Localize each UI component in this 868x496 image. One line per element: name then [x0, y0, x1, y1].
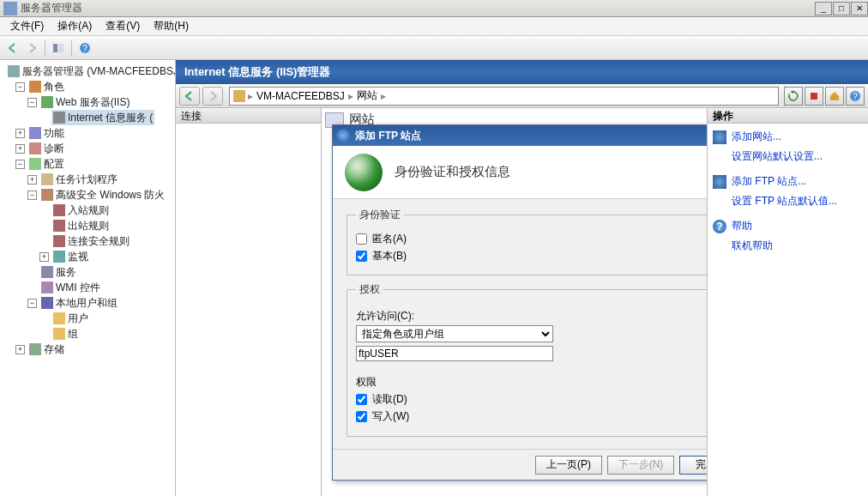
tree-label: 存储	[44, 342, 64, 357]
read-checkbox[interactable]	[356, 394, 367, 405]
toolbar-help-icon[interactable]: ?	[75, 39, 94, 57]
connections-header: 连接	[176, 108, 321, 124]
bc-stop-icon[interactable]	[805, 87, 823, 106]
actions-header: 操作	[708, 108, 868, 124]
app-icon	[3, 2, 17, 15]
bc-sites[interactable]: 网站	[353, 88, 381, 103]
tree-groups[interactable]: 组	[51, 326, 80, 342]
write-row[interactable]: 写入(W)	[356, 409, 707, 424]
content-pane: Internet 信息服务 (IIS)管理器 ▸ VM-MACFEEDBSJ ▸…	[176, 60, 868, 496]
menu-file[interactable]: 文件(F)	[3, 17, 51, 35]
finish-button[interactable]: 完成(F)	[679, 456, 707, 475]
tree-iis-service[interactable]: Internet 信息服务 (	[51, 110, 154, 125]
tree-task-scheduler[interactable]: 任务计划程序	[39, 172, 119, 187]
tree-root[interactable]: 服务器管理器 (VM-MACFEEDBSJ)	[6, 64, 176, 79]
expander[interactable]: −	[15, 160, 25, 169]
tree-configuration[interactable]: 配置	[27, 156, 66, 172]
tree-storage[interactable]: 存储	[27, 342, 66, 357]
action-help[interactable]: ? 帮助	[713, 216, 863, 236]
tree-local-users-groups[interactable]: 本地用户和组	[39, 295, 119, 311]
tree-web-server-iis[interactable]: Web 服务器(IIS)	[39, 94, 131, 110]
expander[interactable]: +	[15, 345, 25, 354]
action-set-website-defaults[interactable]: 设置网站默认设置...	[713, 147, 863, 166]
tree-label: 服务	[56, 264, 76, 280]
action-label: 设置网站默认设置...	[732, 149, 823, 164]
maximize-button[interactable]: □	[833, 2, 850, 15]
menu-help[interactable]: 帮助(H)	[147, 17, 196, 35]
tree-adv-firewall[interactable]: 高级安全 Windows 防火	[39, 187, 166, 203]
svg-rect-1	[58, 44, 63, 52]
expander[interactable]: −	[27, 98, 37, 107]
expander[interactable]: +	[15, 144, 25, 154]
basic-checkbox[interactable]	[356, 251, 367, 262]
tree-outbound-rules[interactable]: 出站规则	[51, 218, 111, 233]
allow-access-select[interactable]: 指定角色或用户组	[356, 325, 553, 342]
tree-pane: 服务器管理器 (VM-MACFEEDBSJ) −角色 −Web 服务器(IIS)…	[0, 60, 176, 496]
tree-roles[interactable]: 角色	[27, 79, 66, 94]
bc-refresh-icon[interactable]	[784, 87, 803, 106]
toolbar-show-hide-icon[interactable]	[49, 39, 68, 57]
bc-home-icon[interactable]	[825, 87, 844, 106]
expander[interactable]: −	[27, 191, 37, 200]
spacer-icon	[713, 239, 726, 252]
tree-monitoring[interactable]: 监视	[51, 249, 90, 264]
tree-root-label: 服务器管理器 (VM-MACFEEDBSJ)	[22, 64, 176, 79]
tree-diagnostics[interactable]: 诊断	[27, 141, 66, 156]
expander[interactable]: +	[39, 252, 49, 262]
read-row[interactable]: 读取(D)	[356, 392, 707, 407]
menu-view[interactable]: 查看(V)	[99, 17, 147, 35]
action-online-help[interactable]: 联机帮助	[713, 236, 863, 256]
svg-rect-0	[53, 44, 57, 52]
expander[interactable]: +	[27, 175, 37, 184]
anonymous-checkbox[interactable]	[356, 233, 367, 245]
tree-label: 诊断	[44, 141, 64, 156]
tree-wmi-control[interactable]: WMI 控件	[39, 280, 102, 295]
menu-action[interactable]: 操作(A)	[51, 17, 99, 35]
expander[interactable]: −	[27, 299, 37, 308]
actions-list: 添加网站... 设置网站默认设置... 添加 FTP 站点... 设置 FTP …	[708, 124, 868, 259]
write-label: 写入(W)	[372, 409, 409, 424]
action-add-website[interactable]: 添加网站...	[713, 127, 863, 147]
previous-button[interactable]: 上一页(P)	[535, 456, 602, 475]
globe-icon	[713, 130, 726, 144]
bc-help-icon[interactable]: ?	[846, 87, 865, 106]
bc-back-button[interactable]	[179, 87, 200, 106]
window-title: 服务器管理器	[21, 1, 814, 15]
minimize-button[interactable]: _	[815, 2, 832, 15]
tree-label: 用户	[68, 311, 88, 326]
write-checkbox[interactable]	[356, 411, 367, 422]
tree-features[interactable]: 功能	[27, 125, 66, 141]
tree-users[interactable]: 用户	[51, 311, 90, 326]
toolbar: ?	[0, 36, 868, 60]
nav-back-icon[interactable]	[3, 39, 22, 57]
nav-forward-icon[interactable]	[22, 39, 41, 57]
close-button[interactable]: ✕	[851, 2, 868, 15]
tree-label: Internet 信息服务 (	[68, 110, 153, 125]
tree-services[interactable]: 服务	[39, 264, 78, 280]
user-input[interactable]	[356, 346, 553, 361]
dialog-buttons: 上一页(P) 下一步(N) 完成(F) 取消	[333, 449, 707, 480]
tree-inbound-rules[interactable]: 入站规则	[51, 203, 111, 218]
authz-fieldset: 授权 允许访问(C): 指定角色或用户组 权限 读取(D)	[347, 282, 707, 437]
spacer-icon	[713, 149, 726, 163]
content-header: Internet 信息服务 (IIS)管理器	[176, 60, 868, 84]
add-ftp-site-dialog: 添加 FTP 站点 ? ✕ 身份验证和授权信息 身份验证 匿名(	[332, 124, 707, 481]
action-label: 设置 FTP 站点默认值...	[732, 194, 837, 209]
action-add-ftp-site[interactable]: 添加 FTP 站点...	[713, 172, 863, 191]
action-set-ftp-defaults[interactable]: 设置 FTP 站点默认值...	[713, 191, 863, 211]
bc-host[interactable]: VM-MACFEEDBSJ	[253, 90, 348, 102]
tree-conn-security-rules[interactable]: 连接安全规则	[51, 233, 131, 249]
breadcrumb[interactable]: ▸ VM-MACFEEDBSJ ▸ 网站 ▸	[229, 87, 779, 106]
tree-label: 任务计划程序	[56, 172, 118, 187]
expander[interactable]: −	[15, 82, 25, 92]
expander[interactable]: +	[15, 129, 25, 138]
content-header-label: Internet 信息服务 (IIS)管理器	[184, 64, 330, 80]
svg-text:?: ?	[853, 92, 858, 101]
bc-forward-button[interactable]	[202, 87, 223, 106]
read-label: 读取(D)	[372, 392, 407, 407]
dialog-header: 身份验证和授权信息	[333, 146, 707, 199]
anonymous-row[interactable]: 匿名(A)	[356, 232, 707, 246]
menubar: 文件(F) 操作(A) 查看(V) 帮助(H)	[0, 17, 868, 36]
basic-row[interactable]: 基本(B)	[356, 249, 707, 263]
permissions-label: 权限	[356, 375, 707, 390]
